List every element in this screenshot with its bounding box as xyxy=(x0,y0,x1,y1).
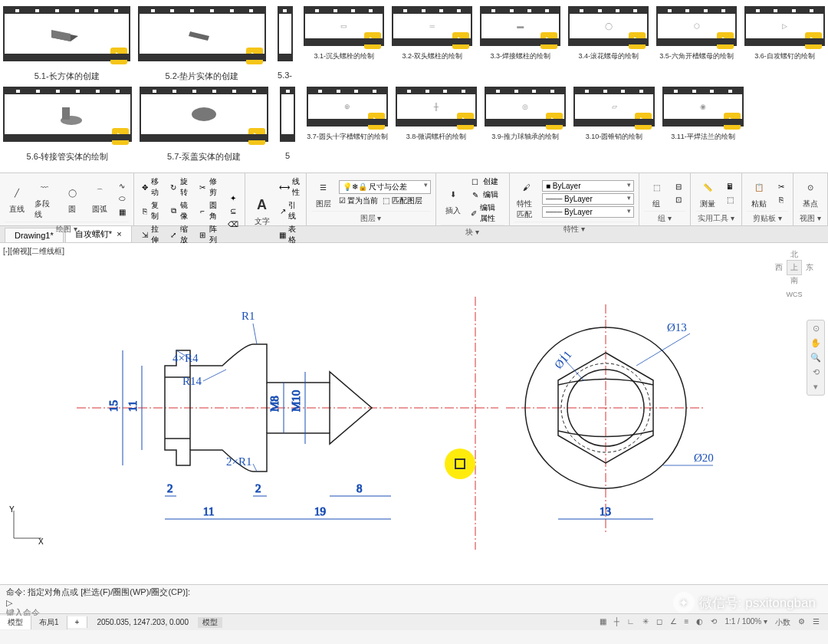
svg-text:11: 11 xyxy=(203,505,214,518)
thumb-5-3[interactable]: 5.3- xyxy=(274,6,297,82)
thumb-5-2[interactable]: 5.2-垫片实体的创建 xyxy=(138,6,265,82)
panel-title[interactable]: 特性 ▾ xyxy=(514,222,634,235)
panel-title[interactable]: 实用工具 ▾ xyxy=(695,211,737,224)
thumb-3-1[interactable]: ▭3.1-沉头螺栓的绘制 xyxy=(304,6,384,82)
mirror-button[interactable]: ⧉镜像 xyxy=(168,199,194,222)
linear-dim-button[interactable]: ⟷线性 xyxy=(278,176,301,199)
thumb-3-5[interactable]: ⬡3.5-六角开槽螺母的绘制 xyxy=(656,6,737,82)
color-combo[interactable]: ■ ByLayer xyxy=(542,180,634,192)
offset-button[interactable]: ⊆ xyxy=(226,205,240,217)
text-button[interactable]: A文字 xyxy=(250,193,274,228)
drawing-canvas[interactable]: [-][俯视][二维线框] 北 西上东 南 WCS ⊙✋🔍⟲▾ 11 15 M8… xyxy=(0,243,828,584)
insert-button[interactable]: ⬇插入 xyxy=(441,182,465,218)
play-icon xyxy=(457,113,474,130)
thumb-label: 5.6-转接管实体的绘制 xyxy=(27,151,109,163)
cycling-toggle[interactable]: ⟲ xyxy=(708,617,719,628)
model-tab[interactable]: 模型 xyxy=(0,616,31,629)
play-icon xyxy=(364,32,381,49)
ellipse-button[interactable]: ⬭ xyxy=(115,192,129,205)
navigation-bar[interactable]: ⊙✋🔍⟲▾ xyxy=(807,320,825,396)
copy-button[interactable]: ⎘复制 xyxy=(139,199,165,222)
circle-button[interactable]: ◯圆 xyxy=(60,181,84,216)
thumb-5-7[interactable]: 5.7-泵盖实体的创建 xyxy=(140,87,268,163)
explode-button[interactable]: ✦ xyxy=(226,192,240,204)
workspace-button[interactable]: ⚙ xyxy=(796,617,807,628)
cut-button[interactable]: ✂ xyxy=(774,181,788,193)
svg-text:R1: R1 xyxy=(242,310,255,322)
move-button[interactable]: ✥移动 xyxy=(139,176,165,199)
set-current-button[interactable]: ☑ 置为当前 xyxy=(339,196,379,206)
fillet-button[interactable]: ⌐圆角 xyxy=(197,199,223,222)
thumb-3-6[interactable]: ▷3.6-自攻螺钉的绘制 xyxy=(744,6,825,82)
thumb-3-10[interactable]: ▱3.10-圆锥销的绘制 xyxy=(573,87,655,163)
otrack-toggle[interactable]: ∠ xyxy=(668,617,679,628)
units-toggle[interactable]: 小数 xyxy=(773,617,793,628)
panel-title[interactable]: 剪贴板 ▾ xyxy=(747,211,788,224)
annotation-scale[interactable]: 1:1 / 100% ▾ xyxy=(722,617,770,628)
viewport-label[interactable]: [-][俯视][二维线框] xyxy=(3,246,64,257)
add-layout-button[interactable]: + xyxy=(67,616,88,628)
play-icon xyxy=(540,32,557,49)
thumb-3-11[interactable]: ◉3.11-平焊法兰的绘制 xyxy=(662,87,744,163)
measure-button[interactable]: 📏测量 xyxy=(695,176,720,211)
copy-clip-button[interactable]: ⎘ xyxy=(774,194,788,206)
model-indicator[interactable]: 模型 xyxy=(198,617,222,628)
play-icon xyxy=(246,48,263,64)
thumb-3-3[interactable]: ▬3.3-焊接螺柱的绘制 xyxy=(480,6,560,82)
thumb-label: 5.1-长方体的创建 xyxy=(34,71,100,82)
panel-view: ⊙基点 视图 ▾ xyxy=(794,173,828,225)
thumb-5-6[interactable]: 5.6-转接管实体的绘制 xyxy=(3,87,132,163)
svg-point-4 xyxy=(192,107,216,121)
group-button[interactable]: ⬚组 xyxy=(644,176,669,211)
transparency-toggle[interactable]: ◐ xyxy=(694,617,705,628)
ortho-toggle[interactable]: ∟ xyxy=(625,617,637,628)
play-icon xyxy=(110,48,127,64)
create-block-button[interactable]: ☐创建 xyxy=(468,176,504,188)
panel-title[interactable]: 图层 ▾ xyxy=(311,211,431,224)
customize-button[interactable]: ☰ xyxy=(810,617,822,628)
layer-button[interactable]: ☰图层 xyxy=(311,176,336,211)
leader-button[interactable]: ↗引线 xyxy=(278,199,301,222)
polar-toggle[interactable]: ✳ xyxy=(640,617,651,628)
edit-block-button[interactable]: ✎编辑 xyxy=(468,189,504,201)
match-prop-button[interactable]: 🖌特性匹配 xyxy=(514,176,539,222)
spline-button[interactable]: ∿ xyxy=(115,179,129,192)
erase-button[interactable]: ⌫ xyxy=(226,218,240,230)
thumb-5x[interactable]: 5 xyxy=(276,87,299,163)
panel-title[interactable]: 视图 ▾ xyxy=(798,211,823,224)
match-layer-button[interactable]: ⬚ 匹配图层 xyxy=(383,196,422,206)
play-icon xyxy=(717,32,734,49)
basepoint-button[interactable]: ⊙基点 xyxy=(798,176,823,211)
lineweight-toggle[interactable]: ≡ xyxy=(682,617,692,628)
rotate-button[interactable]: ↻旋转 xyxy=(168,176,194,199)
thumb-3-2[interactable]: ═3.2-双头螺柱的绘制 xyxy=(392,6,472,82)
ungroup-button[interactable]: ⊟ xyxy=(672,181,685,193)
edit-attr-button[interactable]: ✐编辑属性 xyxy=(468,202,504,225)
group-edit-button[interactable]: ⊡ xyxy=(672,194,685,206)
thumb-3-9[interactable]: ◎3.9-推力球轴承的绘制 xyxy=(485,87,566,163)
thumb-3-7[interactable]: ⊕3.7-圆头十字槽螺钉的绘制 xyxy=(307,87,388,163)
panel-title[interactable]: 绘图 ▾ xyxy=(5,222,129,235)
thumb-5-1[interactable]: 5.1-长方体的创建 xyxy=(3,6,130,82)
layer-combo[interactable]: 💡❄🔒 尺寸与公差 xyxy=(339,180,431,194)
trim-button[interactable]: ✂修剪 xyxy=(197,176,223,199)
panel-title[interactable]: 块 ▾ xyxy=(441,225,504,238)
panel-title[interactable]: 组 ▾ xyxy=(644,211,685,224)
lineweight-combo[interactable]: ─── ByLayer xyxy=(542,193,634,205)
linetype-combo[interactable]: ─── ByLayer xyxy=(542,206,634,218)
paste-button[interactable]: 📋粘贴 xyxy=(747,176,771,211)
grid-toggle[interactable]: ▦ xyxy=(597,617,609,628)
file-thumbnails: 5.1-长方体的创建 5.2-垫片实体的创建 5.3- ▭3.1-沉头螺栓的绘制… xyxy=(0,0,828,172)
osnap-toggle[interactable]: ◻ xyxy=(654,617,665,628)
line-button[interactable]: ╱直线 xyxy=(5,181,29,216)
select-button[interactable]: ⬚ xyxy=(723,194,737,206)
calc-button[interactable]: 🖩 xyxy=(723,181,737,193)
hatch-button[interactable]: ▦ xyxy=(115,205,129,218)
snap-toggle[interactable]: ┼ xyxy=(612,617,622,628)
arc-button[interactable]: ⌒圆弧 xyxy=(87,181,112,216)
polyline-button[interactable]: 〰多段线 xyxy=(32,176,57,222)
thumb-3-8[interactable]: ╫3.8-微调螺杆的绘制 xyxy=(396,87,477,163)
thumb-3-4[interactable]: ◯3.4-滚花螺母的绘制 xyxy=(568,6,649,82)
thumb-label: 5.2-垫片实体的创建 xyxy=(166,71,239,82)
layout-tab[interactable]: 布局1 xyxy=(31,616,67,629)
